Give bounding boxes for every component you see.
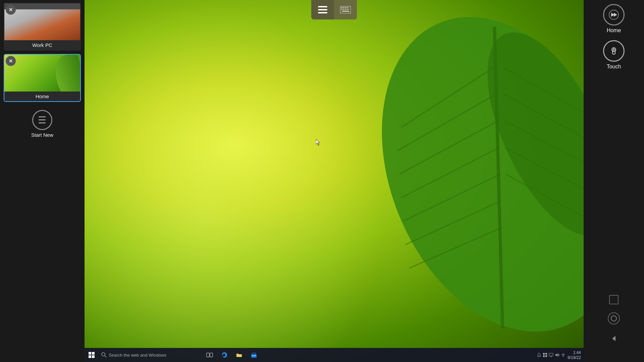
- svg-rect-15: [318, 6, 327, 7]
- svg-rect-45: [545, 355, 547, 357]
- edge-browser-button[interactable]: [217, 348, 231, 362]
- left-sidebar: ✕ Work PC ✕ Home ☰ Start New: [0, 0, 85, 362]
- taskbar-search[interactable]: Search the web and Windows: [99, 348, 199, 362]
- svg-rect-25: [345, 9, 346, 10]
- svg-rect-31: [89, 355, 91, 358]
- top-toolbar: [311, 0, 357, 19]
- svg-rect-46: [549, 353, 553, 356]
- svg-rect-21: [345, 7, 346, 8]
- svg-rect-38: [251, 354, 257, 358]
- svg-rect-26: [347, 9, 348, 10]
- tray-icons: [537, 353, 566, 357]
- circle-icon: [610, 315, 617, 322]
- home-nav-label: Home: [607, 27, 621, 34]
- svg-point-39: [253, 355, 254, 356]
- start-new-button[interactable]: ☰ Start New: [28, 107, 57, 141]
- svg-rect-42: [543, 353, 545, 355]
- file-explorer-button[interactable]: [232, 348, 246, 362]
- overview-button[interactable]: [609, 295, 619, 304]
- action-center-icon[interactable]: [543, 353, 547, 357]
- close-work-pc-button[interactable]: ✕: [6, 5, 16, 15]
- svg-rect-36: [210, 353, 213, 357]
- svg-rect-19: [341, 7, 342, 8]
- home-nav-icon: [603, 4, 625, 25]
- folder-icon: [236, 352, 243, 358]
- notification-icon[interactable]: [537, 353, 541, 357]
- start-button[interactable]: [85, 348, 99, 362]
- svg-rect-27: [342, 11, 349, 12]
- work-pc-label: Work PC: [4, 40, 80, 50]
- touch-button[interactable]: Touch: [603, 40, 625, 70]
- svg-rect-30: [92, 352, 95, 355]
- home-nav-button[interactable]: Home: [603, 4, 625, 34]
- speaker-icon[interactable]: [555, 353, 559, 357]
- main-area: Search the web and Windows: [85, 0, 584, 362]
- back-button[interactable]: [608, 333, 620, 345]
- display-icon[interactable]: [549, 353, 553, 357]
- edge-icon: [221, 352, 228, 358]
- wallpaper: [85, 0, 584, 362]
- store-icon: [251, 352, 257, 358]
- svg-point-54: [611, 316, 616, 321]
- svg-rect-29: [89, 352, 91, 355]
- start-new-icon: ☰: [32, 110, 52, 130]
- home-label: Home: [4, 92, 80, 101]
- session-card-work-pc[interactable]: ✕ Work PC: [4, 3, 81, 51]
- svg-rect-17: [318, 12, 327, 13]
- svg-rect-24: [343, 9, 344, 10]
- taskbar-date: 9/19/22: [568, 355, 581, 360]
- leaf-decoration: [259, 0, 584, 362]
- taskbar-app-icons: [203, 348, 261, 362]
- svg-rect-37: [236, 354, 242, 357]
- svg-marker-48: [555, 353, 557, 357]
- keyboard-button[interactable]: [334, 0, 357, 19]
- session-card-home[interactable]: ✕ Home: [4, 54, 81, 102]
- start-new-label: Start New: [31, 132, 53, 138]
- menu-button[interactable]: [311, 0, 334, 19]
- wifi-icon[interactable]: [561, 353, 566, 357]
- svg-rect-44: [543, 355, 545, 357]
- svg-rect-22: [347, 7, 348, 8]
- svg-point-33: [102, 353, 105, 356]
- svg-rect-32: [92, 355, 95, 358]
- back-arrow-icon: [610, 335, 618, 342]
- task-view-button[interactable]: [203, 348, 217, 362]
- touch-hand-icon: [608, 45, 620, 57]
- store-button[interactable]: [247, 348, 261, 362]
- svg-rect-16: [318, 9, 327, 10]
- taskbar-time: 1:44: [573, 350, 581, 355]
- fast-forward-icon: [608, 9, 619, 20]
- touch-icon-circle: [603, 40, 625, 62]
- windows-logo-icon: [89, 352, 95, 358]
- right-sidebar: Home Touch: [584, 0, 644, 362]
- taskbar-search-text: Search the web and Windows: [109, 353, 166, 358]
- svg-marker-55: [612, 336, 615, 341]
- close-home-button[interactable]: ✕: [6, 56, 16, 66]
- svg-rect-20: [343, 7, 344, 8]
- hamburger-icon: [318, 6, 327, 13]
- svg-marker-51: [614, 13, 617, 17]
- svg-point-40: [255, 355, 256, 356]
- taskbar-tray: 1:44 9/19/22: [537, 350, 584, 360]
- windows-taskbar: Search the web and Windows: [85, 348, 584, 362]
- touch-label: Touch: [607, 64, 621, 70]
- task-view-icon: [206, 352, 213, 358]
- circle-nav-button[interactable]: [608, 312, 620, 324]
- svg-rect-23: [341, 9, 342, 10]
- search-icon: [101, 352, 107, 358]
- keyboard-icon: [340, 6, 351, 13]
- svg-rect-43: [545, 353, 547, 355]
- svg-line-34: [105, 356, 106, 357]
- svg-rect-35: [207, 353, 209, 357]
- right-nav-icons: [608, 295, 620, 345]
